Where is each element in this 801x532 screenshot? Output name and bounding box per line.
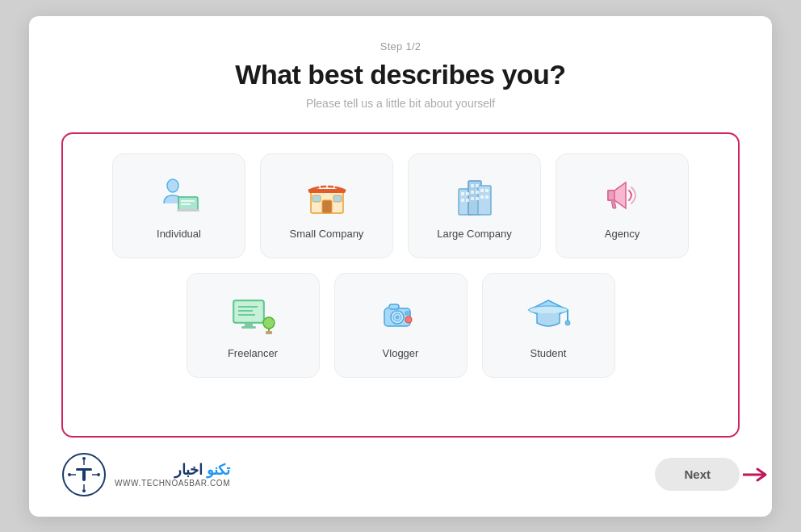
card-student[interactable]: Student xyxy=(482,273,615,378)
card-row-2: Freelancer xyxy=(86,273,715,378)
vlogger-label: Vlogger xyxy=(383,347,419,359)
agency-icon xyxy=(598,171,647,220)
card-agency[interactable]: Agency xyxy=(556,153,689,258)
svg-line-10 xyxy=(319,185,321,189)
svg-rect-23 xyxy=(476,191,479,194)
svg-rect-16 xyxy=(461,192,464,195)
svg-rect-21 xyxy=(476,184,479,187)
svg-point-0 xyxy=(167,179,178,192)
svg-rect-32 xyxy=(235,302,262,321)
svg-rect-37 xyxy=(241,326,256,329)
watermark-url: WWW.TECHNOA5BAR.COM xyxy=(115,479,230,488)
svg-rect-48 xyxy=(386,307,391,309)
bottom-bar: تکنو اخبار WWW.TECHNOA5BAR.COM Next xyxy=(61,452,740,497)
step-indicator: Step 1/2 xyxy=(380,40,421,52)
svg-rect-17 xyxy=(466,192,469,195)
next-arrow-icon xyxy=(743,466,769,484)
svg-rect-1 xyxy=(178,197,198,210)
vlogger-icon xyxy=(376,291,425,339)
svg-rect-26 xyxy=(480,189,484,192)
watermark-logo-icon xyxy=(61,452,107,497)
student-icon xyxy=(524,291,572,339)
agency-label: Agency xyxy=(605,228,640,240)
svg-rect-40 xyxy=(266,331,272,334)
svg-point-59 xyxy=(82,489,86,492)
freelancer-icon xyxy=(229,291,277,339)
card-freelancer[interactable]: Freelancer xyxy=(187,273,320,378)
page-title: What best describes you? xyxy=(235,59,565,90)
svg-rect-25 xyxy=(476,197,479,200)
svg-rect-9 xyxy=(333,195,342,202)
svg-point-47 xyxy=(405,316,412,323)
svg-rect-7 xyxy=(322,200,332,213)
svg-point-50 xyxy=(529,306,568,314)
svg-rect-22 xyxy=(471,191,474,194)
freelancer-label: Freelancer xyxy=(228,347,278,359)
large-company-label: Large Company xyxy=(437,228,512,240)
svg-rect-8 xyxy=(312,195,321,202)
svg-point-56 xyxy=(68,473,71,476)
card-row-1: Individual xyxy=(86,153,715,258)
svg-point-58 xyxy=(82,457,86,460)
svg-rect-46 xyxy=(405,312,410,315)
svg-rect-2 xyxy=(177,209,199,212)
next-button-wrap: Next xyxy=(655,458,740,491)
svg-rect-28 xyxy=(480,195,484,199)
modal-container: Step 1/2 What best describes you? Please… xyxy=(29,16,772,517)
card-large-company[interactable]: Large Company xyxy=(408,153,541,258)
card-individual[interactable]: Individual xyxy=(112,153,245,258)
next-button[interactable]: Next xyxy=(655,458,740,491)
svg-rect-24 xyxy=(471,197,474,200)
svg-rect-27 xyxy=(485,189,489,192)
page-subtitle: Please tell us a little bit about yourse… xyxy=(306,97,495,110)
svg-rect-55 xyxy=(82,470,86,481)
svg-rect-36 xyxy=(245,323,253,326)
student-label: Student xyxy=(531,347,567,359)
svg-rect-29 xyxy=(485,195,489,199)
svg-point-38 xyxy=(263,317,275,329)
small-company-icon xyxy=(303,171,351,220)
card-vlogger[interactable]: Vlogger xyxy=(334,273,468,378)
card-small-company[interactable]: Small Company xyxy=(260,153,393,258)
svg-point-57 xyxy=(97,473,100,476)
svg-rect-18 xyxy=(461,199,464,202)
svg-rect-30 xyxy=(608,191,614,200)
svg-rect-6 xyxy=(308,189,346,193)
svg-rect-19 xyxy=(466,199,469,202)
svg-point-52 xyxy=(565,320,570,325)
svg-point-44 xyxy=(396,316,400,320)
svg-rect-15 xyxy=(478,186,491,215)
individual-icon xyxy=(155,171,203,220)
small-company-label: Small Company xyxy=(290,228,364,240)
watermark: تکنو اخبار WWW.TECHNOA5BAR.COM xyxy=(61,452,230,497)
individual-label: Individual xyxy=(157,228,201,240)
selection-area: Individual xyxy=(61,132,740,438)
svg-line-12 xyxy=(333,185,335,189)
next-button-label: Next xyxy=(684,467,711,481)
large-company-icon xyxy=(451,171,499,220)
watermark-text: تکنو اخبار WWW.TECHNOA5BAR.COM xyxy=(115,461,230,488)
svg-rect-20 xyxy=(471,184,474,187)
watermark-brand-name: تکنو اخبار xyxy=(115,461,230,479)
